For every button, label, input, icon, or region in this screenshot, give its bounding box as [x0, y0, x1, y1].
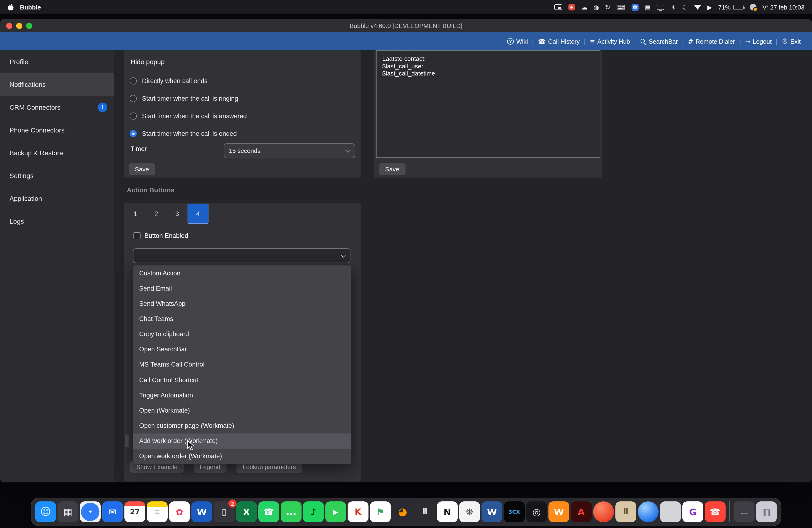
hide-popup-option[interactable]: Start timer when the call is ended: [130, 125, 247, 143]
screen-mirroring-icon[interactable]: [554, 4, 562, 10]
stage-manager-icon[interactable]: ▤: [645, 4, 651, 10]
dock-facetime[interactable]: ▶: [325, 501, 346, 522]
nav-activity-hub[interactable]: ≡ Activity Hub: [590, 38, 630, 45]
dock-calendar[interactable]: 27: [125, 501, 145, 522]
dock-word[interactable]: W: [191, 501, 212, 522]
dock-maps[interactable]: ⚑: [370, 501, 391, 522]
tab-4[interactable]: 4: [188, 204, 208, 224]
dock-chatgpt[interactable]: ❋: [459, 501, 480, 522]
sync-icon[interactable]: ↻: [605, 4, 610, 10]
nav-exit[interactable]: Exit: [782, 38, 801, 45]
dock-3cx[interactable]: 3CX: [504, 501, 525, 522]
dock-word-online[interactable]: W: [481, 501, 503, 522]
sidebar-item-application[interactable]: Application: [0, 187, 114, 210]
dock-safari[interactable]: ✦: [80, 501, 101, 522]
partially-hidden-button[interactable]: [125, 435, 129, 447]
dock-finder[interactable]: ☺: [35, 501, 56, 522]
display-icon[interactable]: [657, 4, 664, 10]
dock-whatsapp[interactable]: ☎: [258, 501, 279, 522]
dock-mail[interactable]: ✉: [102, 501, 123, 522]
contact-template-textarea[interactable]: Laatste contact:$last_call_user$last_cal…: [376, 50, 600, 158]
dock-workmate[interactable]: W: [549, 501, 569, 522]
dropdown-menu-item[interactable]: Send WhatsApp: [133, 296, 351, 311]
dropdown-menu-item[interactable]: Open work order (Workmate): [133, 449, 351, 464]
hide-popup-option[interactable]: Start timer when the call is ringing: [130, 90, 247, 107]
dock-excel[interactable]: X: [236, 501, 257, 522]
sidebar-item-logs[interactable]: Logs: [0, 210, 114, 233]
dropdown-menu-item[interactable]: Call Control Shortcut: [133, 372, 351, 387]
dock-blue-sphere[interactable]: [638, 501, 658, 522]
sidebar-item-phone-connectors[interactable]: Phone Connectors: [0, 119, 114, 142]
checkbox-icon[interactable]: [133, 232, 141, 239]
nav-remote-dialer[interactable]: # Remote Dialer: [688, 38, 735, 45]
action-type-select[interactable]: [133, 248, 350, 263]
dock-messages[interactable]: …: [281, 501, 302, 522]
window-titlebar[interactable]: Bubble v4.60.0 [DEVELOPMENT BUILD]: [0, 19, 812, 32]
hide-popup-option[interactable]: Start timer when the call is answered: [130, 107, 247, 125]
brightness-icon[interactable]: ☀: [670, 4, 676, 10]
call-app-icon[interactable]: ☎: [632, 3, 639, 11]
battery-indicator[interactable]: 71%: [718, 3, 743, 11]
user-switch-icon[interactable]: [750, 4, 756, 11]
menu-bar-clock[interactable]: Vr 27 feb 10:03: [763, 3, 804, 11]
timer-select[interactable]: 15 seconds: [224, 143, 355, 158]
dock-launchpad[interactable]: ▦: [57, 501, 78, 522]
button-enabled-row[interactable]: Button Enabled: [133, 232, 188, 239]
dropdown-menu-item[interactable]: Open SearchBar: [133, 342, 351, 357]
dropdown-menu-item[interactable]: Add work order (Workmate): [133, 433, 351, 449]
dropdown-menu-item[interactable]: Open customer page (Workmate): [133, 418, 351, 433]
dropdown-menu-item[interactable]: Open (Workmate): [133, 403, 351, 418]
dock-phone-3cx[interactable]: ☎: [705, 501, 726, 522]
wifi-icon[interactable]: [694, 4, 701, 10]
tab-2[interactable]: 2: [146, 204, 167, 224]
now-playing-icon[interactable]: ▶: [707, 4, 712, 10]
dock-firefox[interactable]: ◕: [392, 501, 413, 522]
focus-moon-icon[interactable]: ☾: [682, 4, 688, 10]
onedrive-cloud-icon[interactable]: ☁: [581, 4, 588, 10]
tab-3[interactable]: 3: [167, 204, 188, 224]
recording-icon[interactable]: [568, 4, 575, 11]
dock-red-app[interactable]: [593, 501, 614, 522]
dock-trash[interactable]: ▥: [756, 501, 777, 522]
dock-screen-sharing[interactable]: ▭: [734, 501, 755, 522]
apple-menu-icon[interactable]: [8, 3, 14, 11]
dropdown-menu-item[interactable]: Chat Teams: [133, 311, 351, 326]
status-dot-icon[interactable]: ◍: [594, 4, 599, 10]
nav-call-history[interactable]: ☎ Call History: [538, 38, 580, 45]
sidebar-item-notifications[interactable]: Notifications: [0, 73, 114, 96]
dock-klikaanklikuit[interactable]: K: [348, 501, 368, 522]
nav-logout[interactable]: → Logout: [745, 38, 772, 45]
sidebar-item-settings[interactable]: Settings: [0, 164, 114, 187]
dock-photos[interactable]: ✿: [169, 501, 190, 522]
contact-save-button[interactable]: Save: [379, 163, 405, 175]
zoom-button[interactable]: [26, 23, 32, 29]
dock-keypad[interactable]: ⠿: [415, 501, 435, 522]
sidebar-item-crm-connectors[interactable]: CRM Connectors 1: [0, 96, 114, 119]
dock-notion[interactable]: N: [437, 501, 458, 522]
dock-dialer-pad[interactable]: ⠿: [615, 501, 636, 522]
dock-acrobat[interactable]: A: [571, 501, 592, 522]
dropdown-menu-item[interactable]: Custom Action: [133, 265, 351, 281]
dock-obs[interactable]: ◎: [526, 501, 547, 522]
tab-1[interactable]: 1: [125, 204, 146, 224]
dropdown-menu-item[interactable]: Copy to clipboard: [133, 326, 351, 342]
app-icon: ⠿: [615, 501, 636, 522]
dropdown-menu-item[interactable]: Trigger Automation: [133, 387, 351, 402]
dock-device-manager[interactable]: ▯ 2: [214, 501, 235, 522]
active-app-name[interactable]: Bubble: [20, 3, 41, 11]
sidebar-item-backup-restore[interactable]: Backup & Restore: [0, 142, 114, 164]
minimize-button[interactable]: [16, 23, 22, 29]
nav-wiki[interactable]: ? Wiki: [507, 38, 528, 45]
dropdown-menu-item[interactable]: MS Teams Call Control: [133, 357, 351, 372]
dock-spotify[interactable]: ♪: [303, 501, 324, 522]
dock-notes[interactable]: ≡: [147, 501, 168, 522]
close-button[interactable]: [6, 23, 12, 29]
popup-save-button[interactable]: Save: [129, 163, 155, 175]
dock-gemini[interactable]: G: [682, 501, 703, 522]
dock-blank-tile[interactable]: [660, 501, 681, 522]
nav-searchbar[interactable]: SearchBar: [640, 38, 678, 45]
hide-popup-option[interactable]: Directly when call ends: [130, 72, 247, 90]
dropdown-menu-item[interactable]: Send Email: [133, 281, 351, 296]
keyboard-icon[interactable]: ⌨: [617, 4, 625, 10]
sidebar-item-profile[interactable]: Profile: [0, 50, 114, 73]
